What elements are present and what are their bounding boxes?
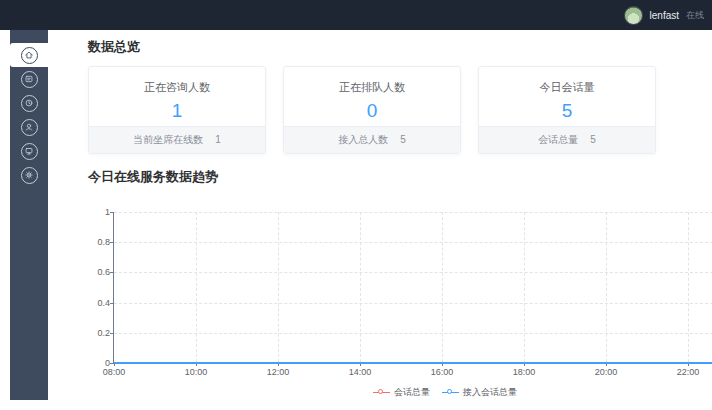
grid-line-h <box>114 242 712 243</box>
footer-value: 5 <box>400 134 406 145</box>
grid-line-v <box>606 212 607 362</box>
y-axis-tick <box>110 333 114 334</box>
x-axis-label: 08:00 <box>103 367 126 377</box>
workbench-monitor-icon <box>21 143 38 160</box>
customer-user-icon <box>21 119 38 136</box>
grid-line-v <box>278 212 279 362</box>
x-axis-label: 22:00 <box>677 367 700 377</box>
home-icon <box>21 47 38 64</box>
grid-line-h <box>114 272 712 273</box>
stat-card-value: 0 <box>284 100 460 122</box>
footer-label: 接入总人数 <box>338 134 388 145</box>
grid-line-v <box>360 212 361 362</box>
grid-line-h <box>114 333 712 334</box>
avatar[interactable] <box>624 6 643 25</box>
settings-gear-icon <box>21 167 38 184</box>
legend-item[interactable]: 会话总量 <box>373 386 430 399</box>
legend-marker-icon <box>442 390 459 395</box>
history-clock-icon <box>21 95 38 112</box>
legend-label: 会话总量 <box>394 386 430 399</box>
trend-line-chart: 00.20.40.60.8108:0010:0012:0014:0016:001… <box>88 190 712 405</box>
x-axis-label: 10:00 <box>185 367 208 377</box>
x-axis-label: 18:00 <box>513 367 536 377</box>
x-axis-label: 14:00 <box>349 367 372 377</box>
grid-line-h <box>114 212 712 213</box>
sidebar <box>10 30 48 400</box>
y-axis-label: 0.8 <box>82 237 110 247</box>
user-status: 在线 <box>686 9 704 22</box>
stat-card-title: 正在咨询人数 <box>89 80 265 95</box>
series-line <box>114 362 712 364</box>
overview-title: 数据总览 <box>88 38 140 56</box>
trend-title: 今日在线服务数据趋势 <box>88 168 218 186</box>
stat-card-consulting: 正在咨询人数 1 当前坐席在线数1 <box>88 66 266 154</box>
sidebar-item-home[interactable] <box>10 43 48 67</box>
sidebar-item-settings[interactable] <box>10 163 48 187</box>
sidebar-item-history[interactable] <box>10 91 48 115</box>
legend-item[interactable]: 接入会话总量 <box>442 386 517 399</box>
y-axis-label: 0.6 <box>82 267 110 277</box>
y-axis-label: 1 <box>82 207 110 217</box>
grid-line-v <box>524 212 525 362</box>
stat-card-title: 今日会话量 <box>479 80 655 95</box>
user-menu[interactable]: lenfast 在线 <box>624 0 704 30</box>
sidebar-item-customers[interactable] <box>10 115 48 139</box>
stat-cards: 正在咨询人数 1 当前坐席在线数1 正在排队人数 0 接入总人数5 今日会话量 … <box>88 66 656 154</box>
chart-legend: 会话总量接入会话总量 <box>373 386 517 399</box>
footer-label: 会话总量 <box>538 134 578 145</box>
stat-card-queueing: 正在排队人数 0 接入总人数5 <box>283 66 461 154</box>
stat-card-footer: 当前坐席在线数1 <box>89 126 265 153</box>
stat-card-sessions-today: 今日会话量 5 会话总量5 <box>478 66 656 154</box>
stat-card-title: 正在排队人数 <box>284 80 460 95</box>
chart-plot-area: 00.20.40.60.8108:0010:0012:0014:0016:001… <box>113 212 712 363</box>
grid-line-h <box>114 303 712 304</box>
x-axis-label: 12:00 <box>267 367 290 377</box>
y-axis-tick <box>110 272 114 273</box>
x-axis-label: 16:00 <box>431 367 454 377</box>
y-axis-label: 0.2 <box>82 328 110 338</box>
top-header: lenfast 在线 <box>0 0 712 30</box>
y-axis-tick <box>110 212 114 213</box>
chat-session-icon <box>21 71 38 88</box>
sidebar-item-workbench[interactable] <box>10 139 48 163</box>
grid-line-v <box>442 212 443 362</box>
stat-card-footer: 接入总人数5 <box>284 126 460 153</box>
footer-value: 1 <box>215 134 221 145</box>
y-axis-label: 0.4 <box>82 298 110 308</box>
dashboard-page: lenfast 在线 <box>0 0 712 410</box>
footer-label: 当前坐席在线数 <box>133 134 203 145</box>
stat-card-footer: 会话总量5 <box>479 126 655 153</box>
x-axis-label: 20:00 <box>595 367 618 377</box>
stat-card-value: 1 <box>89 100 265 122</box>
grid-line-v <box>688 212 689 362</box>
legend-marker-icon <box>373 390 390 395</box>
footer-value: 5 <box>590 134 596 145</box>
stat-card-value: 5 <box>479 100 655 122</box>
y-axis-tick <box>110 303 114 304</box>
grid-line-v <box>196 212 197 362</box>
sidebar-item-sessions[interactable] <box>10 67 48 91</box>
username: lenfast <box>650 10 679 21</box>
y-axis-tick <box>110 242 114 243</box>
legend-label: 接入会话总量 <box>463 386 517 399</box>
